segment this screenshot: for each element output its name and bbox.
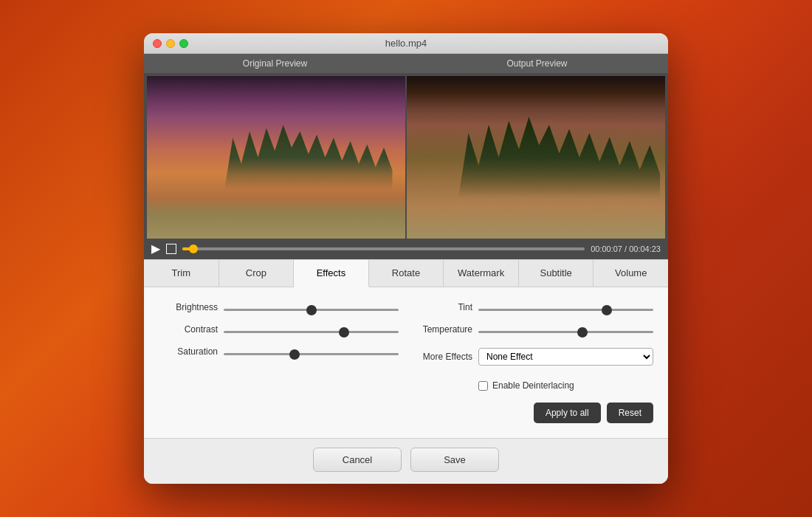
time-separator: / [622,244,629,253]
progress-thumb[interactable] [189,244,198,253]
output-preview-label: Output Preview [406,58,668,69]
save-button[interactable]: Save [410,448,499,472]
temperature-label: Temperature [413,324,472,335]
progress-bar[interactable] [182,247,585,250]
saturation-slider[interactable] [224,353,399,355]
right-effects-col: Tint Temperature More Effects [413,301,653,391]
maximize-button[interactable] [179,39,188,48]
action-buttons-row: Apply to all Reset [159,403,653,423]
reset-button[interactable]: Reset [607,403,653,423]
tab-trim[interactable]: Trim [144,260,219,287]
more-effects-label: More Effects [413,352,472,362]
traffic-lights [153,39,188,48]
tab-subtitle[interactable]: Subtitle [519,260,594,287]
original-preview-label: Original Preview [144,58,406,69]
brightness-row: Brightness [159,301,399,314]
preview-area: Original Preview Output Preview ▶ 00:00:… [144,54,668,259]
tint-slider-container [478,301,653,314]
close-button[interactable] [153,39,162,48]
deinterlace-label: Enable Deinterlacing [492,380,574,391]
tab-rotate[interactable]: Rotate [369,260,444,287]
minimize-button[interactable] [166,39,175,48]
more-effects-select[interactable]: None Effect Black & White Sepia Negative… [478,348,653,366]
controls-bar: ▶ 00:00:07 / 00:04:23 [144,239,668,259]
tabs-row: Trim Crop Effects Rotate Watermark Subti… [144,260,668,287]
bottom-buttons: Cancel Save [144,438,668,484]
time-display: 00:00:07 / 00:04:23 [591,244,661,253]
brightness-label: Brightness [159,302,218,312]
saturation-row: Saturation [159,345,399,358]
window-title: hello.mp4 [385,38,427,49]
tab-effects[interactable]: Effects [294,260,369,287]
stop-button[interactable] [166,244,176,254]
tint-row: Tint [413,301,653,314]
deinterlace-checkbox[interactable] [478,381,488,391]
temperature-slider[interactable] [478,331,653,333]
tab-volume[interactable]: Volume [593,260,668,287]
original-preview-frame [147,76,405,239]
contrast-label: Contrast [159,324,218,335]
contrast-row: Contrast [159,323,399,336]
effects-grid: Brightness Contrast Saturation [159,301,653,391]
tab-watermark[interactable]: Watermark [444,260,519,287]
cancel-button[interactable]: Cancel [313,448,402,472]
total-time: 00:04:23 [629,244,661,253]
saturation-slider-container [224,345,399,358]
brightness-slider-container [224,301,399,314]
tint-slider[interactable] [478,309,653,311]
temperature-slider-container [478,323,653,336]
output-preview-frame [407,76,665,239]
main-window: hello.mp4 Original Preview Output Previe… [144,33,668,484]
contrast-slider[interactable] [224,331,399,333]
play-button[interactable]: ▶ [151,243,160,255]
previews-container [144,73,668,239]
deinterlace-row: Enable Deinterlacing [413,380,653,391]
temperature-row: Temperature [413,323,653,336]
apply-to-all-button[interactable]: Apply to all [534,403,601,423]
tabs-panel: Trim Crop Effects Rotate Watermark Subti… [144,259,668,438]
left-effects-col: Brightness Contrast Saturation [159,301,399,391]
more-effects-row: More Effects None Effect Black & White S… [413,348,653,366]
preview-labels: Original Preview Output Preview [144,54,668,73]
saturation-label: Saturation [159,346,218,357]
titlebar: hello.mp4 [144,33,668,54]
brightness-slider[interactable] [224,309,399,311]
current-time: 00:00:07 [591,244,622,253]
tint-label: Tint [413,302,472,312]
contrast-slider-container [224,323,399,336]
tab-crop[interactable]: Crop [219,260,295,287]
effects-tab-content: Brightness Contrast Saturation [144,287,668,438]
